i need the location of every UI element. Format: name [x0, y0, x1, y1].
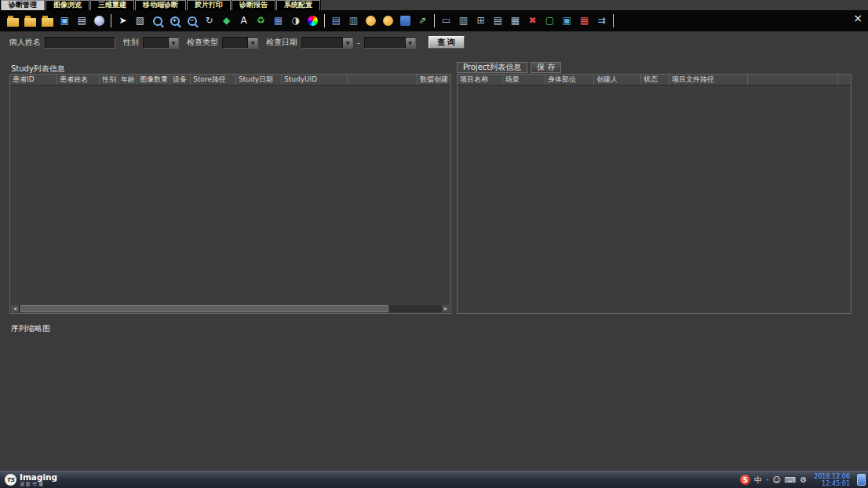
project-panel-toolbar: Project列表信息 保 存 [457, 62, 561, 73]
project-col-status: 状态 [641, 75, 669, 85]
exam-type-select[interactable]: ▼ [222, 37, 258, 49]
pointer-icon[interactable]: ➤ [116, 14, 129, 27]
soft-keyboard-icon[interactable]: ⌨ [785, 475, 796, 484]
measure-coin-2-icon[interactable] [381, 14, 395, 27]
open-study-folder-icon[interactable] [24, 14, 37, 27]
film-strip-icon[interactable]: ▤ [75, 14, 89, 27]
layout-2x2-icon[interactable]: ⊞ [474, 14, 487, 27]
rotate-icon[interactable]: ↻ [202, 14, 216, 27]
scrollbar-thumb[interactable] [20, 305, 388, 312]
notebook-icon [400, 16, 410, 26]
study-col-image-count: 图像数量 [137, 75, 170, 85]
project-col-creator: 创建人 [594, 75, 641, 85]
project-col-scene: 场景 [503, 75, 545, 85]
tile-pattern-icon[interactable]: ▦ [272, 14, 285, 27]
study-table-header: 患者ID 患者姓名 性别 年龄 图像数量 设备 Store路径 Study日期 … [10, 75, 450, 86]
sogou-input-icon[interactable]: S [740, 475, 750, 485]
punctuation-icon[interactable]: · [766, 475, 768, 484]
taskbar: TS Imaging 清影华康 S中·☺⌨⚙ 2018.12.06 12:45:… [0, 471, 868, 488]
color-wheel-icon[interactable] [306, 14, 319, 27]
scroll-right-arrow-icon[interactable]: ▶ [442, 305, 450, 312]
crop-select-icon[interactable]: ▧ [133, 14, 147, 27]
close-button[interactable]: × [852, 12, 864, 24]
layout-1x2-icon[interactable]: ▥ [457, 14, 470, 27]
project-col-file-path: 项目文件路径 [669, 75, 748, 85]
study-header-spacer [348, 75, 418, 85]
chevron-down-icon[interactable]: ▼ [342, 38, 352, 48]
layout-rows-icon[interactable]: ▤ [491, 14, 505, 27]
date-to-value [365, 38, 405, 48]
refresh-icon[interactable]: ♻ [254, 14, 268, 27]
project-panel-title: Project列表信息 [457, 62, 527, 73]
date-from-select[interactable]: ▼ [301, 37, 353, 49]
transfer-send-icon[interactable]: ⇉ [595, 14, 608, 27]
reload-3d-icon[interactable]: ◆ [220, 14, 233, 27]
toolbar-group: ▭▥⊞▤▦✖▢▣▦⇉ [439, 14, 608, 27]
chevron-down-icon[interactable]: ▼ [405, 38, 415, 48]
export-image-icon[interactable]: ⇗ [416, 14, 429, 27]
tab-film-print[interactable]: 胶片打印 [187, 0, 231, 10]
save-button[interactable]: 保 存 [531, 62, 561, 73]
fullscreen-icon[interactable]: ▢ [543, 14, 556, 27]
tab-image-browse[interactable]: 图像浏览 [46, 0, 89, 10]
delete-series-icon[interactable]: ▦ [578, 14, 591, 27]
patient-name-input[interactable] [45, 37, 115, 49]
chevron-down-icon[interactable]: ▼ [247, 38, 257, 48]
toolbar-groups: ▣▤➤▧+−↻◆A♻▦◑▤▥⇗▭▥⊞▤▦✖▢▣▦⇉ [6, 14, 618, 27]
toolbar-group: ▣▤ [6, 14, 106, 27]
gender-select[interactable]: ▼ [143, 37, 179, 49]
layout-grid-icon[interactable]: ▦ [509, 14, 522, 27]
tab-mobile-diagnosis[interactable]: 移动端诊断 [135, 0, 186, 10]
exam-date-label: 检查日期 [266, 37, 297, 48]
app-logo: TS Imaging 清影华康 [5, 473, 57, 486]
toolbar-separator [111, 14, 111, 27]
contrast-icon[interactable]: ◑ [289, 14, 302, 27]
project-header-spacer [748, 75, 838, 85]
study-col-age: 年龄 [119, 75, 137, 85]
magnifier-icon[interactable] [151, 14, 164, 27]
layout-1x1-icon[interactable]: ▭ [439, 14, 453, 27]
study-col-patient-name: 患者姓名 [57, 75, 100, 85]
screen-capture-icon[interactable]: ▣ [560, 14, 574, 27]
zoom-in-icon[interactable]: + [168, 14, 181, 27]
zoom-out-icon: − [188, 16, 197, 26]
measure-coin-icon [366, 16, 376, 26]
patient-name-label: 病人姓名 [9, 37, 41, 48]
gender-select-value [144, 38, 168, 48]
delete-study-icon[interactable]: ✖ [526, 14, 539, 27]
magnifier-icon [153, 16, 162, 26]
study-panel-title: Study列表信息 [11, 64, 65, 75]
measure-coin-icon[interactable] [364, 14, 377, 27]
chevron-down-icon[interactable]: ▼ [168, 38, 178, 48]
toolbar-group: ➤▧+−↻◆A♻▦◑ [116, 14, 319, 27]
tab-diagnosis-report[interactable]: 诊断报告 [232, 0, 275, 10]
media-cd-icon[interactable] [93, 14, 106, 27]
layout-stack-icon[interactable]: ▤ [330, 14, 343, 27]
notebook-icon[interactable] [399, 14, 412, 27]
chinese-mode-icon[interactable]: 中 [754, 475, 762, 486]
layout-columns-icon[interactable]: ▥ [347, 14, 360, 27]
taskbar-edge-icon[interactable] [857, 474, 866, 486]
annotation-icon[interactable]: A [237, 14, 250, 27]
query-button[interactable]: 查 询 [429, 36, 465, 49]
scroll-left-arrow-icon[interactable]: ◀ [11, 305, 19, 312]
toolbar-separator [434, 14, 435, 27]
color-wheel-icon [308, 16, 318, 26]
date-to-select[interactable]: ▼ [364, 37, 416, 49]
emoji-icon[interactable]: ☺ [772, 475, 780, 484]
tab-3d-reconstruction[interactable]: 三维重建 [90, 0, 134, 10]
study-col-device: 设备 [170, 75, 191, 85]
tray-icons-host: S中·☺⌨⚙ [740, 475, 807, 486]
tab-system-config[interactable]: 系统配置 [276, 0, 320, 10]
zoom-out-icon[interactable]: − [185, 14, 199, 27]
tab-diagnosis-management[interactable]: 诊断管理 [1, 0, 45, 10]
taskbar-clock[interactable]: 2018.12.06 12:45:01 [814, 473, 850, 487]
study-list-panel: 患者ID 患者姓名 性别 年龄 图像数量 设备 Store路径 Study日期 … [9, 74, 451, 314]
scrollbar-track[interactable] [19, 305, 442, 312]
toolbox-icon[interactable]: ⚙ [800, 475, 807, 484]
import-folder-icon[interactable] [41, 14, 54, 27]
filter-bar: 病人姓名 性别 ▼ 检查类型 ▼ 检查日期 ▼ - ▼ 查 询 [9, 36, 465, 49]
date-from-value [302, 38, 342, 48]
image-viewer-icon[interactable]: ▣ [58, 14, 71, 27]
open-folder-icon[interactable] [6, 14, 20, 27]
